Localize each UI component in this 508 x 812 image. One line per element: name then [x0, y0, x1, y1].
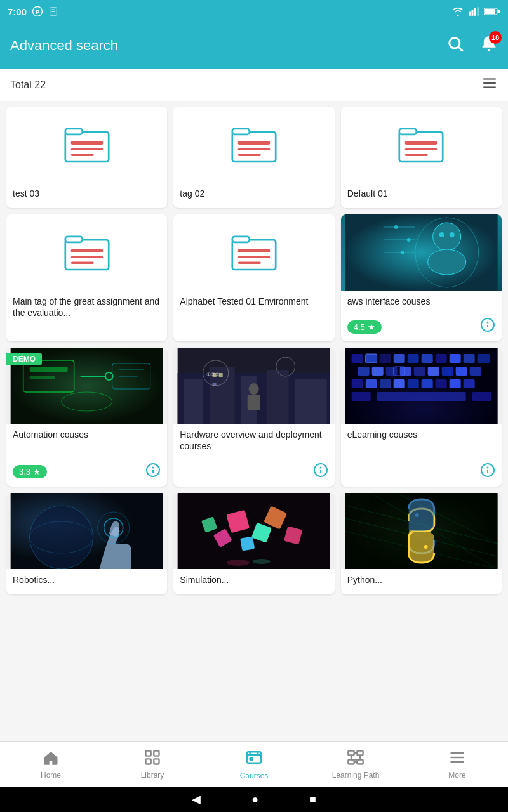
nav-item-library[interactable]: Library	[102, 742, 203, 787]
svg-rect-60	[30, 376, 55, 379]
svg-rect-116	[463, 379, 474, 388]
ai-head-illustration	[341, 214, 502, 291]
svg-rect-20	[70, 148, 102, 150]
svg-point-46	[439, 232, 444, 237]
header-divider	[472, 34, 472, 57]
svg-rect-34	[70, 249, 102, 252]
folder-icon-c3	[398, 122, 444, 167]
course-card-c5[interactable]: Alphabet Tested 01 Environment	[173, 214, 334, 341]
battery-icon	[484, 6, 500, 16]
course-card-c12[interactable]: Python...	[341, 493, 502, 594]
svg-rect-148	[146, 751, 151, 756]
svg-rect-100	[371, 367, 383, 376]
svg-rect-4	[51, 11, 55, 11]
card-title-c7: Automation couses	[13, 429, 88, 440]
card-image-c5	[173, 214, 334, 291]
nav-item-learning-path[interactable]: Learning Path	[305, 742, 406, 787]
svg-rect-115	[449, 379, 460, 388]
card-image-c3	[341, 107, 502, 183]
card-body-c2: tag 02	[173, 183, 334, 208]
course-card-c6[interactable]: aws interface couses 4.5 ★	[341, 214, 502, 341]
course-card-c4[interactable]: Main tag of the great assignment and the…	[6, 214, 167, 341]
info-button-c6[interactable]	[480, 317, 495, 336]
svg-point-12	[450, 37, 460, 48]
svg-rect-151	[154, 759, 159, 764]
course-card-c11[interactable]: Simulation...	[173, 493, 334, 594]
svg-rect-33	[65, 237, 82, 242]
course-card-c2[interactable]: tag 02	[173, 107, 334, 208]
svg-rect-35	[70, 256, 102, 258]
svg-rect-92	[393, 354, 404, 363]
status-sim-icon	[48, 6, 58, 16]
courses-icon	[244, 748, 264, 769]
card-body-c10: Robotics...	[6, 569, 167, 594]
notification-button[interactable]: 18	[480, 35, 498, 57]
total-count: Total 22	[10, 79, 46, 91]
person-thinking-illustration: ①②③	[173, 348, 334, 424]
svg-rect-117	[377, 392, 465, 401]
card-title-c2: tag 02	[180, 188, 204, 199]
svg-rect-114	[435, 379, 446, 388]
course-card-c7[interactable]: DEMO	[6, 348, 167, 486]
svg-rect-89	[351, 354, 363, 363]
nav-item-home[interactable]: Home	[0, 742, 102, 787]
info-button-c7[interactable]	[145, 462, 161, 481]
card-body-c5: Alphabet Tested 01 Environment	[173, 291, 334, 341]
course-card-c9[interactable]: eLearning couses	[341, 348, 502, 486]
svg-rect-27	[399, 132, 443, 162]
svg-rect-152	[250, 757, 253, 761]
demo-badge-c7: DEMO	[6, 353, 42, 365]
card-title-c11: Simulation...	[180, 575, 229, 585]
folder-icon-c1	[64, 122, 110, 167]
card-title-c1: test 03	[13, 188, 39, 199]
course-card-c8[interactable]: ①②③ Hardware overview and deployment cou…	[173, 348, 334, 486]
list-view-button[interactable]	[481, 75, 498, 95]
svg-rect-24	[238, 141, 270, 145]
folder-icon-c4	[64, 230, 110, 275]
card-image-c9	[341, 348, 502, 424]
card-title-c5: Alphabet Tested 01 Environment	[180, 296, 308, 306]
svg-rect-6	[472, 10, 474, 16]
signal-icon	[469, 6, 480, 16]
course-card-c3[interactable]: Default 01	[341, 107, 502, 208]
svg-rect-38	[232, 237, 250, 242]
svg-rect-7	[474, 8, 476, 16]
svg-rect-32	[65, 240, 108, 270]
info-button-c8[interactable]	[313, 462, 328, 481]
courses-grid: test 03 tag 02	[0, 102, 508, 599]
recents-button[interactable]: ■	[309, 793, 316, 806]
nav-item-courses[interactable]: Courses	[203, 742, 305, 787]
nav-item-more[interactable]: More	[406, 742, 508, 787]
svg-rect-72	[184, 379, 203, 424]
svg-rect-17	[65, 132, 108, 162]
courses-scroll-area: test 03 tag 02	[0, 102, 508, 676]
svg-rect-39	[238, 249, 270, 252]
card-body-c7: Automation couses	[6, 424, 167, 458]
svg-rect-31	[405, 154, 428, 156]
more-icon	[448, 749, 466, 768]
learning-path-icon	[347, 749, 364, 768]
svg-rect-41	[238, 261, 261, 264]
search-button[interactable]	[446, 35, 464, 57]
back-button[interactable]: ◀	[192, 792, 201, 806]
card-title-c9: eLearning couses	[347, 429, 418, 440]
svg-rect-3	[51, 10, 55, 10]
home-button[interactable]: ●	[251, 793, 258, 806]
info-button-c9[interactable]	[480, 462, 495, 481]
svg-rect-150	[146, 759, 151, 764]
star-icon-c7: ★	[33, 467, 41, 476]
svg-rect-110	[379, 379, 391, 388]
course-card-c1[interactable]: test 03	[6, 107, 167, 208]
course-card-c10[interactable]: Robotics...	[6, 493, 167, 594]
svg-rect-103	[413, 367, 425, 376]
svg-rect-95	[435, 354, 446, 363]
svg-point-47	[449, 232, 454, 237]
svg-point-53	[400, 251, 404, 254]
card-body-c9: eLearning couses	[341, 424, 502, 458]
svg-rect-112	[407, 379, 418, 388]
card-image-c2	[173, 107, 334, 183]
svg-point-45	[427, 249, 465, 275]
library-icon	[144, 749, 161, 768]
wifi-icon	[451, 6, 465, 16]
svg-rect-93	[407, 354, 418, 363]
